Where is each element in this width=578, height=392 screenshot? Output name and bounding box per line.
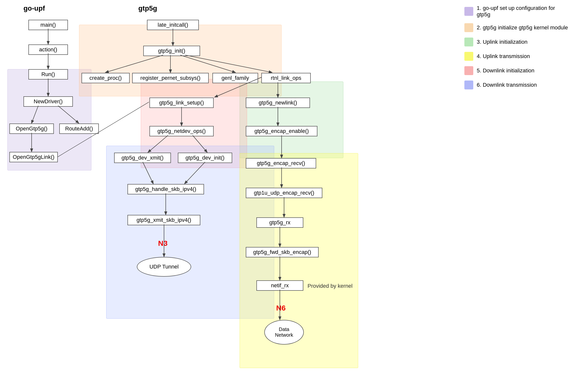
label-provided-by-kernel: Provided by kernel xyxy=(307,283,352,289)
legend-color-6 xyxy=(464,81,473,89)
legend-label-6: 6. Downlink transmission xyxy=(477,82,537,88)
node-gtp5g-dev-init: gtp5g_dev_init() xyxy=(178,153,232,163)
node-run: Run() xyxy=(28,69,68,80)
node-gtp5g-init: gtp5g_init() xyxy=(143,46,200,56)
legend-item-4: 4. Uplink transmission xyxy=(464,52,568,61)
legend: 1. go-upf set up configuration for gtp5g… xyxy=(464,5,568,95)
node-udp-tunnel: UDP Tunnel xyxy=(137,257,191,277)
node-main: main() xyxy=(28,20,68,30)
node-opengtp5glink: OpenGtp5gLink() xyxy=(9,152,58,162)
node-gtp1u-udp-encap-recv: gtp1u_udp_encap_recv() xyxy=(246,188,322,198)
title-gtp5g: gtp5g xyxy=(138,4,157,12)
node-gtp5g-xmit-skb: gtp5g_xmit_skb_ipv4() xyxy=(127,215,200,225)
legend-item-3: 3. Uplink initialization xyxy=(464,38,568,47)
node-gtp5g-fwd-skb-encap: gtp5g_fwd_skb_encap() xyxy=(246,247,319,257)
legend-color-2 xyxy=(464,23,473,32)
legend-item-1: 1. go-upf set up configuration for gtp5g xyxy=(464,5,568,18)
node-newdriver: NewDriver() xyxy=(23,96,73,107)
diagram-container: go-upf gtp5g main() action() Run() NewDr… xyxy=(0,0,578,392)
node-create-proc: create_proc() xyxy=(82,73,130,83)
node-register-pernet: register_pernet_subsys() xyxy=(132,73,209,83)
node-routeadd: RouteAdd() xyxy=(59,124,99,134)
node-gtp5g-newlink: gtp5g_newlink() xyxy=(246,98,310,108)
legend-color-4 xyxy=(464,52,473,61)
node-gtp5g-rx: gtp5g_rx xyxy=(256,217,303,228)
legend-item-6: 6. Downlink transmission xyxy=(464,81,568,89)
legend-label-4: 4. Uplink transmission xyxy=(477,53,530,59)
node-opengtp5g: OpenGtp5g() xyxy=(9,124,54,134)
node-late-initcall: late_initcall() xyxy=(147,20,199,30)
legend-label-1: 1. go-upf set up configuration for gtp5g xyxy=(477,5,568,18)
label-n3: N3 xyxy=(158,239,167,247)
label-n6: N6 xyxy=(276,304,286,312)
legend-color-5 xyxy=(464,66,473,75)
node-gtp5g-dev-xmit: gtp5g_dev_xmit() xyxy=(114,153,171,163)
node-netif-rx: netif_rx xyxy=(256,280,303,291)
node-gtp5g-netdev-ops: gtp5g_netdev_ops() xyxy=(149,126,214,136)
legend-label-5: 5. Downlink initialization xyxy=(477,67,534,74)
node-gtp5g-handle-skb: gtp5g_handle_skb_ipv4() xyxy=(127,184,204,195)
legend-label-3: 3. Uplink initialization xyxy=(477,39,527,45)
title-go-upf: go-upf xyxy=(23,4,45,12)
legend-item-2: 2. gtp5g initialize gtp5g kernel module xyxy=(464,23,568,32)
node-rtnl-link-ops: rtnl_link_ops xyxy=(261,73,311,83)
legend-item-5: 5. Downlink initialization xyxy=(464,66,568,75)
node-gtp5g-link-setup: gtp5g_link_setup() xyxy=(149,98,214,108)
node-action: action() xyxy=(28,45,68,55)
node-data-network: DataNetwork xyxy=(264,320,304,344)
legend-label-2: 2. gtp5g initialize gtp5g kernel module xyxy=(477,24,568,31)
node-gtp5g-encap-enable: gtp5g_encap_enable() xyxy=(246,126,317,136)
node-gtp5g-encap-recv: gtp5g_encap_recv() xyxy=(246,158,316,168)
legend-color-1 xyxy=(464,7,473,16)
legend-color-3 xyxy=(464,38,473,47)
node-genl-family: genl_family xyxy=(212,73,258,83)
